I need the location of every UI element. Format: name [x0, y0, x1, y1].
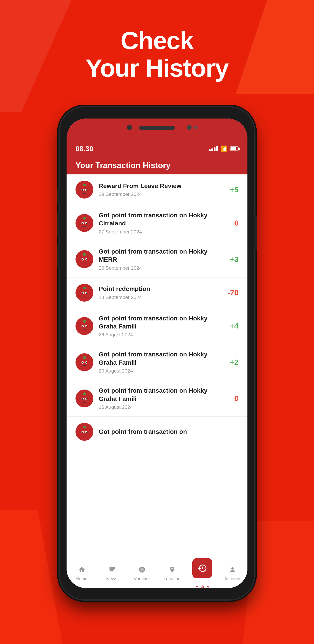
nav-item-news[interactable]: News — [97, 566, 127, 582]
item-content: Point redemption 18 September 2024 — [99, 285, 217, 300]
wifi-icon: 📶 — [220, 145, 227, 152]
home-icon — [78, 566, 85, 575]
status-time: 08.30 — [75, 145, 93, 153]
svg-point-11 — [86, 223, 87, 224]
svg-point-16 — [82, 259, 83, 260]
avatar — [75, 181, 93, 198]
speaker-icon — [139, 126, 175, 130]
svg-point-34 — [82, 362, 83, 363]
avatar — [75, 353, 93, 371]
tomato-icon — [77, 215, 92, 231]
tomato-icon — [77, 318, 92, 334]
svg-point-47 — [86, 432, 87, 433]
item-title: Got point from transaction on Hokky MERR — [99, 248, 217, 264]
item-points: 0 — [223, 394, 239, 403]
battery-icon — [230, 146, 239, 151]
svg-point-37 — [83, 392, 86, 395]
svg-point-42 — [78, 427, 91, 439]
item-title: Point redemption — [99, 285, 217, 293]
notch-area — [67, 118, 247, 141]
tomato-icon — [77, 354, 92, 370]
item-content: Got point from transaction on — [99, 428, 239, 436]
svg-point-30 — [78, 357, 91, 370]
item-title: Reward From Leave Review — [99, 182, 217, 190]
nav-label-location: Location — [164, 576, 181, 582]
item-date: 16 August 2024 — [99, 404, 217, 410]
bg-shape-bottom-left — [0, 510, 63, 644]
volume-up-button — [57, 188, 60, 204]
transaction-item[interactable]: Got point from transaction on Hokky Grah… — [67, 308, 247, 344]
item-content: Reward From Leave Review 29 September 20… — [99, 182, 217, 197]
item-content: Got point from transaction on Hokky MERR… — [99, 248, 217, 271]
svg-point-46 — [82, 432, 83, 433]
nav-label-history: History — [195, 584, 209, 588]
transaction-item[interactable]: Got point from transaction on Hokky Grah… — [67, 344, 247, 380]
item-title: Got point from transaction on Hokky Grah… — [99, 314, 217, 331]
tomato-icon — [77, 182, 92, 198]
item-date: 27 September 2024 — [99, 229, 217, 235]
transaction-item[interactable]: Got point from transaction on Hokky MERR… — [67, 241, 247, 278]
status-bar: 08.30 📶 — [67, 141, 247, 156]
item-points: +2 — [223, 358, 239, 366]
item-title: Got point from transaction on Hokky Grah… — [99, 386, 217, 403]
tomato-icon — [77, 251, 92, 267]
item-date: 18 September 2024 — [99, 294, 217, 300]
svg-point-25 — [83, 320, 86, 323]
avatar — [75, 284, 93, 302]
item-title: Got point from transaction on Hokky Citr… — [99, 211, 217, 228]
item-content: Got point from transaction on Hokky Grah… — [99, 386, 217, 410]
location-icon — [169, 566, 176, 575]
sensor-icon — [194, 126, 197, 129]
bottom-navigation: Home News Voucher Location — [67, 559, 247, 588]
transaction-item[interactable]: Got point from transaction on Hokky Citr… — [67, 205, 247, 241]
avatar — [75, 250, 93, 268]
svg-point-7 — [83, 217, 86, 220]
power-button — [254, 215, 257, 250]
svg-point-40 — [82, 398, 83, 400]
tomato-icon — [77, 285, 92, 300]
headline-line2: Your History — [0, 54, 314, 82]
nav-item-location[interactable]: Location — [157, 566, 187, 582]
transaction-item[interactable]: Reward From Leave Review 29 September 20… — [67, 174, 247, 205]
svg-point-6 — [78, 218, 91, 230]
nav-item-history[interactable]: History — [187, 558, 217, 588]
nav-item-voucher[interactable]: Voucher — [127, 566, 157, 582]
app-header: Your Transaction History — [67, 156, 247, 174]
nav-label-news: News — [106, 576, 117, 582]
nav-item-home[interactable]: Home — [67, 566, 97, 582]
item-points: 0 — [223, 219, 239, 228]
account-icon — [229, 566, 236, 575]
phone-mockup: 08.30 📶 Your Transaction History — [60, 107, 254, 599]
svg-point-41 — [86, 398, 87, 400]
item-content: Got point from transaction on Hokky Grah… — [99, 350, 217, 374]
nav-item-account[interactable]: Account — [217, 566, 247, 582]
transaction-item[interactable]: Got point from transaction on Hokky Grah… — [67, 380, 247, 416]
svg-point-1 — [83, 184, 86, 186]
volume-down-button — [57, 212, 60, 237]
item-title: Got point from transaction on — [99, 428, 239, 436]
svg-point-19 — [83, 287, 86, 289]
svg-point-18 — [78, 288, 91, 300]
headline-line1: Check — [0, 27, 314, 54]
transaction-item[interactable]: Point redemption 18 September 2024 -70 — [67, 278, 247, 308]
phone-screen: 08.30 📶 Your Transaction History — [67, 118, 247, 588]
svg-point-23 — [86, 292, 87, 294]
nav-label-home: Home — [76, 576, 88, 582]
history-active-btn — [192, 558, 212, 578]
nav-label-voucher: Voucher — [134, 576, 150, 582]
item-content: Got point from transaction on Hokky Grah… — [99, 314, 217, 338]
avatar — [75, 214, 93, 232]
tomato-icon — [77, 391, 92, 406]
item-date: 20 August 2024 — [99, 368, 217, 374]
svg-point-17 — [86, 259, 87, 260]
front-camera-icon — [127, 125, 132, 130]
svg-point-24 — [78, 321, 91, 334]
svg-point-10 — [82, 223, 83, 224]
status-icons: 📶 — [209, 145, 239, 152]
svg-point-29 — [86, 326, 87, 327]
svg-point-43 — [83, 426, 86, 428]
avatar — [75, 317, 93, 335]
tomato-icon — [77, 424, 92, 440]
avatar — [75, 390, 93, 408]
svg-point-36 — [78, 393, 91, 406]
